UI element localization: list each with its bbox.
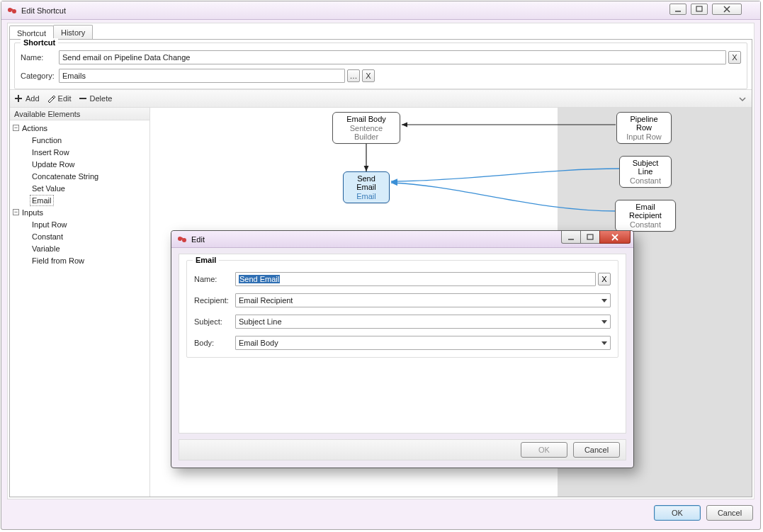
email-name-value: Send Email [239,275,280,283]
tab-history[interactable]: History [53,25,93,40]
email-recipient-select[interactable]: Email Recipient [235,293,611,307]
email-body-label: Body: [194,339,235,347]
inner-cancel-button[interactable]: Cancel [573,442,620,458]
element-toolbar: Add Edit Delete [10,89,752,108]
email-recipient-value: Email Recipient [239,296,293,305]
pencil-icon [47,94,55,103]
email-recipient-label: Recipient: [194,296,235,305]
node-subtitle: Constant [627,176,664,185]
svg-rect-3 [696,6,702,11]
email-subject-value: Subject Line [239,317,282,326]
available-elements-panel: Available Elements − Actions Function In… [10,108,150,497]
inner-dialog-footer: OK Cancel [179,439,626,460]
outer-ok-button[interactable]: OK [654,505,701,521]
email-group-legend: Email [193,256,219,264]
chevron-down-icon [601,296,607,305]
email-name-input[interactable]: Send Email [235,272,596,286]
tree-item-function[interactable]: Function [30,135,64,146]
collapse-icon[interactable]: − [13,125,19,131]
minimize-button[interactable] [669,4,686,15]
node-title: Email Recipient [623,203,668,220]
tab-strip: Shortcut History [9,25,92,40]
node-email-body[interactable]: Email Body Sentence Builder [332,112,400,144]
category-browse-button[interactable]: … [347,69,360,82]
svg-rect-8 [587,234,593,239]
toolbar-overflow-button[interactable] [737,94,747,104]
maximize-button[interactable] [691,4,708,15]
inner-maximize-button[interactable] [580,231,600,244]
tree-item-field-from-row[interactable]: Field from Row [30,255,86,266]
shortcut-category-input[interactable]: Emails [59,69,345,83]
elements-tree[interactable]: − Actions Function Insert Row Update Row… [10,120,149,269]
shortcut-name-clear-button[interactable]: X [728,51,741,64]
tree-item-variable[interactable]: Variable [30,243,62,254]
app-icon [7,6,17,16]
shortcut-category-value: Emails [62,72,86,80]
node-subtitle: Input Row [624,132,664,141]
collapse-icon[interactable]: − [13,209,19,215]
tree-group-actions[interactable]: − Actions [13,122,147,134]
node-title: Pipeline Row [624,115,664,132]
shortcut-name-input[interactable]: Send email on Pipeline Data Change [59,50,726,64]
tree-item-set-value[interactable]: Set Value [30,183,67,194]
shortcut-name-value: Send email on Pipeline Data Change [62,53,190,62]
email-name-label: Name: [194,275,235,283]
category-clear-button[interactable]: X [362,69,375,82]
node-email-recipient[interactable]: Email Recipient Constant [615,200,676,232]
node-subtitle: Constant [623,220,668,229]
tree-item-email[interactable]: Email [30,195,54,206]
inner-content: Email Name: Send Email X Recipient: Emai… [179,254,626,434]
inner-minimize-button[interactable] [561,231,581,244]
available-elements-header: Available Elements [10,108,149,120]
node-subtitle: Sentence Builder [340,124,392,141]
email-body-select[interactable]: Email Body [235,336,611,350]
delete-button[interactable]: Delete [79,94,113,103]
shortcut-fieldset: Shortcut Name: Send email on Pipeline Da… [14,43,747,89]
email-body-value: Email Body [239,339,278,347]
node-title: Send Email [351,174,382,191]
add-button[interactable]: Add [14,94,40,103]
outer-titlebar: Edit Shortcut [1,1,760,20]
node-pipeline-row[interactable]: Pipeline Row Input Row [616,112,672,144]
edit-email-dialog: Edit Email Name: Send Email X [171,230,634,468]
node-send-email[interactable]: Send Email Email [343,171,390,203]
outer-window-buttons [669,4,742,15]
tree-group-inputs[interactable]: − Inputs [13,206,147,218]
email-name-clear-button[interactable]: X [598,273,611,285]
node-title: Subject Line [627,159,664,176]
tree-item-input-row[interactable]: Input Row [30,219,69,230]
tree-item-concatenate-string[interactable]: Concatenate String [30,171,101,182]
email-subject-select[interactable]: Subject Line [235,315,611,329]
node-title: Email Body [340,115,392,123]
app-icon [177,234,187,244]
inner-titlebar[interactable]: Edit [171,231,633,248]
inner-window-buttons [562,231,631,244]
inner-close-button[interactable] [599,231,631,244]
window-title: Edit Shortcut [21,6,66,15]
tree-item-insert-row[interactable]: Insert Row [30,147,72,158]
svg-point-5 [178,237,182,241]
email-subject-label: Subject: [194,317,235,326]
outer-dialog-footer: OK Cancel [7,502,754,523]
shortcut-legend: Shortcut [21,38,58,47]
inner-ok-button[interactable]: OK [521,442,567,458]
outer-cancel-button[interactable]: Cancel [706,505,753,521]
chevron-down-icon [601,317,607,326]
inner-window-title: Edit [191,235,205,244]
node-subject-line[interactable]: Subject Line Constant [619,156,672,188]
email-group: Email Name: Send Email X Recipient: Emai… [186,260,618,358]
node-subtitle: Email [351,192,382,200]
edit-button[interactable]: Edit [47,94,72,103]
minus-icon [79,94,87,103]
shortcut-category-label: Category: [21,72,59,80]
plus-icon [14,94,23,103]
close-button[interactable] [712,4,742,15]
tree-item-constant[interactable]: Constant [30,231,65,242]
chevron-down-icon [601,339,607,347]
tree-item-update-row[interactable]: Update Row [30,159,77,170]
shortcut-name-label: Name: [21,53,59,62]
svg-point-0 [8,8,12,12]
